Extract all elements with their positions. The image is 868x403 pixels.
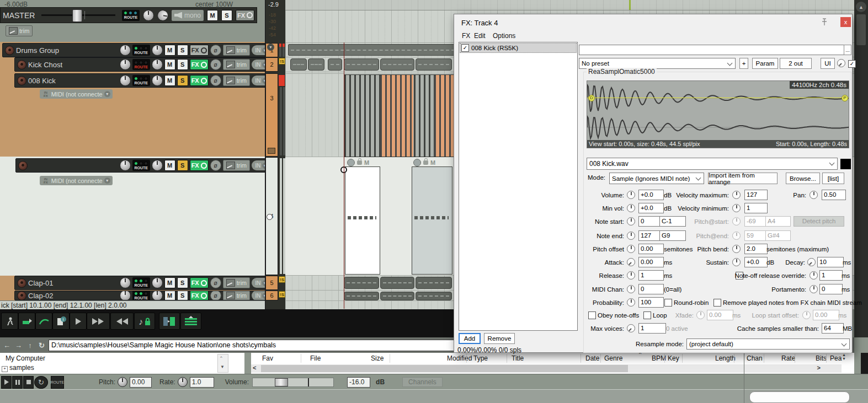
col-genre[interactable]: Genre [604, 354, 622, 362]
scroll-down-icon[interactable]: ▼ [220, 364, 225, 369]
tree-scrollbar[interactable]: ^ ▼ [217, 354, 228, 373]
trim-envelope-button[interactable]: trim [223, 160, 250, 171]
fx-chain-list[interactable]: ✓ 008 Kick (RS5K) [459, 42, 578, 331]
master-solo-button[interactable]: S [221, 10, 232, 21]
clap-item[interactable] [380, 277, 414, 289]
fx-button[interactable]: FX [190, 160, 209, 171]
save-preset-button[interactable]: + [739, 58, 748, 69]
col-peak[interactable]: Pea [830, 354, 842, 362]
loopstart-field[interactable]: 0.00 [813, 310, 839, 320]
chevron-down-icon[interactable]: ▼ [104, 178, 110, 184]
col-key[interactable]: Key [668, 354, 679, 362]
slider-handle[interactable] [275, 378, 288, 386]
route-button[interactable]: ROUTE [132, 277, 150, 288]
edit-cursor[interactable] [344, 42, 344, 309]
midi-input-button[interactable]: INFX MIDI (not connecte ▼ [40, 176, 113, 185]
col-file[interactable]: File [310, 354, 321, 362]
col-modified[interactable]: Modified [447, 354, 472, 362]
mixer-item-icon[interactable] [159, 313, 180, 330]
probability-field[interactable]: 100 [638, 297, 664, 308]
xfade-field[interactable]: 0.00 [707, 310, 733, 320]
track-name[interactable]: 008 Kick [28, 77, 118, 85]
item-controls[interactable]: M [413, 159, 435, 166]
route-button[interactable]: ROUTE [132, 45, 150, 56]
solo-button[interactable]: S [177, 75, 188, 86]
route-button[interactable]: ROUTE [132, 75, 150, 86]
pan-knob[interactable] [152, 160, 163, 171]
master-knob-2[interactable] [156, 9, 169, 22]
item-properties-icon[interactable]: i [52, 313, 70, 330]
route-button[interactable]: ROUTE [132, 59, 150, 70]
volume-knob[interactable] [120, 75, 131, 86]
kick-item[interactable] [380, 58, 414, 71]
maxvoices-knob[interactable] [627, 324, 635, 332]
menu-options[interactable]: Options [493, 32, 515, 40]
pan-knob[interactable] [152, 291, 163, 300]
record-arm-button[interactable] [17, 278, 26, 288]
clap-item[interactable] [380, 292, 414, 300]
release-knob[interactable] [627, 271, 635, 280]
attack-knob[interactable] [627, 258, 635, 266]
mute-button[interactable]: M [164, 45, 175, 56]
master-mute-button[interactable]: M [207, 10, 218, 21]
sample-color-swatch[interactable] [840, 159, 851, 169]
mute-button[interactable]: M [164, 160, 175, 171]
play-preview-icon[interactable] [70, 313, 87, 330]
release-field[interactable]: 1 [638, 270, 664, 281]
list-button[interactable]: [list] [822, 173, 844, 184]
item-mute-button[interactable]: M [430, 159, 435, 166]
pitchend-field[interactable]: 59 [744, 230, 766, 241]
route-button[interactable]: ROUTE [132, 160, 150, 171]
pin-icon[interactable] [820, 18, 829, 28]
track-name[interactable]: Drums Group [16, 46, 118, 55]
track-row-clap-01[interactable]: Clap-01 ROUTE M S FX ø trim IN▼ [14, 276, 284, 290]
play-button[interactable] [1, 376, 12, 389]
solo-button[interactable]: S [177, 291, 188, 300]
stop-button[interactable] [23, 376, 34, 389]
volume-knob[interactable] [120, 45, 131, 56]
master-knob-1[interactable] [143, 10, 154, 21]
sustain-knob[interactable] [732, 258, 741, 266]
pan-field[interactable]: 0.50 [822, 190, 846, 200]
lock-icon[interactable] [423, 160, 428, 165]
fx-button[interactable]: FX [190, 291, 209, 300]
decay-knob[interactable] [807, 258, 816, 266]
smooth-seek-icon[interactable] [1, 313, 18, 330]
marker-line[interactable] [629, 0, 631, 10]
volume-knob[interactable] [627, 191, 635, 199]
noteoff-knob[interactable] [810, 271, 818, 280]
pan-knob[interactable] [810, 191, 818, 199]
phase-button[interactable]: ø [210, 277, 221, 288]
trim-envelope-button[interactable]: trim [223, 277, 250, 288]
pan-knob[interactable] [152, 75, 163, 86]
master-mixer-icon[interactable] [180, 313, 201, 330]
back-icon[interactable]: ← [2, 340, 12, 350]
xfade-knob[interactable] [696, 311, 705, 319]
item-mute-button[interactable]: M [364, 159, 369, 166]
kick-item[interactable] [290, 58, 307, 71]
fx-button[interactable]: FX [190, 45, 209, 56]
remove-played-checkbox[interactable] [713, 299, 721, 307]
scrollbar-thumb[interactable] [261, 365, 628, 372]
col-fav[interactable]: Fav [262, 354, 273, 362]
fast-forward-icon[interactable] [87, 313, 110, 330]
menu-fx[interactable]: FX [462, 32, 470, 40]
fx-bypass-checkbox[interactable]: ✓ [848, 60, 856, 68]
column-sort-icons[interactable]: ▲▼ [842, 353, 846, 361]
parent-folder-icon[interactable]: ↑ [25, 340, 35, 350]
fx-button[interactable]: FX [190, 75, 209, 86]
cache-field[interactable]: 64 [822, 323, 844, 334]
scroll-up-icon[interactable]: ^ [220, 355, 222, 360]
record-arm-button[interactable] [18, 161, 28, 170]
mute-button[interactable]: M [164, 291, 175, 300]
obey-noteoffs-checkbox[interactable] [588, 311, 596, 319]
solo-button[interactable]: S [177, 160, 188, 171]
pitchbend-field[interactable]: 2.0 [744, 244, 768, 254]
clap-item[interactable] [416, 277, 452, 289]
master-track-row[interactable]: MASTER ROUTE mono M S FX [0, 7, 257, 23]
clap-item[interactable] [344, 292, 379, 300]
volume-envelope-line[interactable] [587, 98, 849, 98]
mode-combo[interactable]: Sample (Ignores MIDI note) [609, 173, 704, 184]
tree-item-my-computer[interactable]: My Computer [6, 354, 45, 362]
scroll-up-icon[interactable]: ▲ [856, 2, 866, 12]
